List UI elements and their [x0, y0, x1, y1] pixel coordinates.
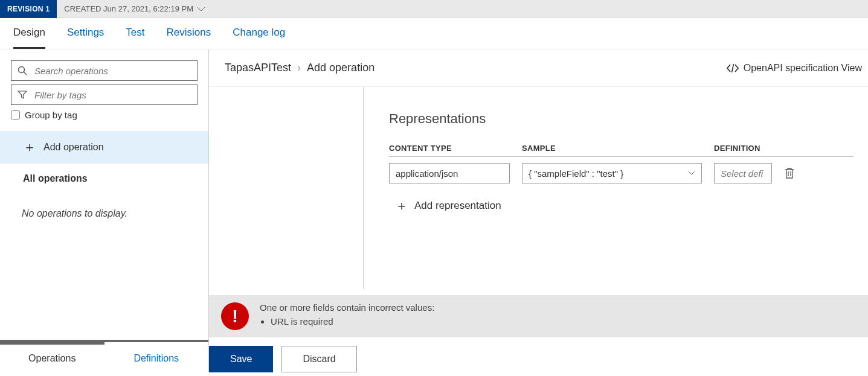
content-type-input[interactable]: application/json: [389, 163, 510, 183]
tab-test[interactable]: Test: [126, 27, 144, 49]
openapi-spec-link[interactable]: OpenAPI specification View: [727, 63, 862, 74]
revision-top-bar: REVISION 1 CREATED Jun 27, 2021, 6:22:19…: [0, 0, 868, 18]
definition-placeholder: Select defi: [721, 168, 763, 179]
group-by-tag-label: Group by tag: [25, 110, 77, 120]
sample-select[interactable]: { "sampleField" : "test" }: [522, 163, 702, 183]
form-left-spacer: [209, 87, 364, 289]
sidebar-item-add-operation[interactable]: ＋ Add operation: [0, 131, 208, 164]
representation-row: application/json { "sampleField" : "test…: [389, 157, 854, 190]
plus-icon: ＋: [395, 199, 408, 212]
discard-button[interactable]: Discard: [281, 346, 356, 372]
error-icon: !: [221, 302, 249, 330]
group-by-tag-checkbox[interactable]: [11, 110, 20, 119]
breadcrumb-current: Add operation: [307, 62, 375, 74]
col-sample: SAMPLE: [522, 144, 702, 153]
add-operation-label: Add operation: [43, 142, 104, 153]
no-operations-text: No operations to display.: [11, 194, 198, 234]
definition-select[interactable]: Select defi: [714, 163, 772, 183]
code-icon: [727, 63, 739, 73]
sample-value: { "sampleField" : "test" }: [529, 168, 623, 179]
breadcrumb-separator: ›: [297, 62, 301, 74]
svg-line-1: [24, 72, 27, 75]
openapi-spec-label: OpenAPI specification View: [744, 63, 862, 74]
trash-icon: [784, 167, 795, 179]
representations-table: CONTENT TYPE SAMPLE DEFINITION applicati…: [389, 140, 854, 190]
revision-created-label: CREATED Jun 27, 2021, 6:22:19 PM: [64, 4, 193, 13]
sidebar-bottom-tabs: Operations Definitions: [0, 340, 208, 372]
filter-tags-input-wrap[interactable]: [11, 84, 198, 105]
main-content: TapasAPITest › Add operation OpenAPI spe…: [209, 49, 868, 372]
col-content-type: CONTENT TYPE: [389, 144, 510, 153]
chevron-down-icon: [688, 171, 695, 176]
search-icon: [18, 66, 28, 75]
all-operations-label: All operations: [23, 173, 88, 184]
chevron-down-icon: [197, 7, 205, 11]
sidebar-item-all-operations[interactable]: All operations: [0, 164, 208, 194]
revision-created-dropdown[interactable]: CREATED Jun 27, 2021, 6:22:19 PM: [57, 4, 213, 13]
error-title: One or more fields contain incorrect val…: [260, 302, 434, 313]
filter-tags-input[interactable]: [34, 90, 191, 100]
tab-settings[interactable]: Settings: [67, 27, 104, 49]
plus-icon: ＋: [23, 141, 36, 154]
main-tabs: Design Settings Test Revisions Change lo…: [0, 18, 868, 49]
bottom-tab-operations[interactable]: Operations: [0, 342, 104, 372]
validation-error-banner: ! One or more fields contain incorrect v…: [209, 295, 868, 337]
group-by-tag-checkbox-wrap[interactable]: Group by tag: [11, 110, 198, 120]
revision-badge: REVISION 1: [0, 0, 57, 18]
svg-line-2: [731, 64, 733, 72]
breadcrumb: TapasAPITest › Add operation: [225, 62, 375, 74]
bottom-tab-definitions[interactable]: Definitions: [104, 342, 209, 372]
representations-heading: Representations: [389, 111, 854, 127]
add-representation-label: Add representation: [414, 200, 501, 212]
tab-changelog[interactable]: Change log: [233, 27, 285, 49]
col-definition: DEFINITION: [714, 144, 786, 153]
error-item: URL is required: [271, 316, 434, 327]
tab-revisions[interactable]: Revisions: [167, 27, 211, 49]
delete-representation-button[interactable]: [784, 167, 795, 179]
operations-sidebar: Group by tag ＋ Add operation All operati…: [0, 49, 209, 372]
search-operations-input-wrap[interactable]: [11, 60, 198, 81]
breadcrumb-api[interactable]: TapasAPITest: [225, 62, 291, 74]
filter-icon: [18, 90, 28, 100]
add-representation-button[interactable]: ＋ Add representation: [395, 199, 854, 212]
search-operations-input[interactable]: [34, 66, 191, 76]
save-button[interactable]: Save: [209, 346, 273, 372]
svg-point-0: [19, 67, 25, 73]
tab-design[interactable]: Design: [13, 27, 45, 49]
